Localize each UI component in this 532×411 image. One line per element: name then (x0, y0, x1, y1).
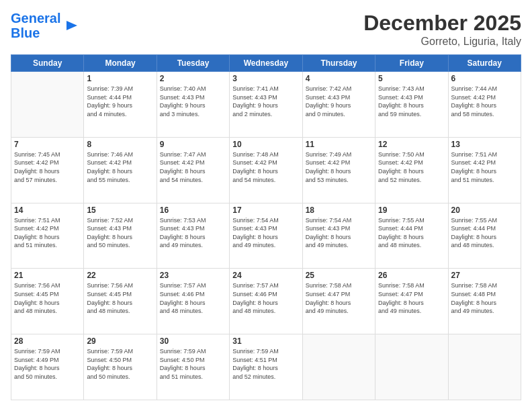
day-number: 5 (378, 74, 445, 83)
location-subtitle: Gorreto, Liguria, Italy (363, 36, 521, 48)
day-number: 19 (378, 205, 445, 215)
header-thursday: Thursday (302, 55, 375, 72)
calendar-cell: 21Sunrise: 7:56 AMSunset: 4:45 PMDayligh… (11, 269, 84, 334)
calendar-cell: 13Sunrise: 7:51 AMSunset: 4:42 PMDayligh… (448, 137, 521, 203)
day-info: Sunrise: 7:49 AMSunset: 4:42 PMDaylight:… (306, 150, 372, 184)
day-number: 21 (14, 271, 81, 280)
day-number: 16 (160, 205, 226, 215)
calendar-cell: 4Sunrise: 7:42 AMSunset: 4:43 PMDaylight… (302, 72, 375, 138)
day-number: 1 (87, 74, 153, 83)
day-number: 29 (87, 336, 153, 346)
day-number: 17 (232, 205, 299, 215)
header-monday: Monday (84, 55, 157, 72)
calendar-cell: 2Sunrise: 7:40 AMSunset: 4:43 PMDaylight… (157, 72, 229, 138)
day-info: Sunrise: 7:58 AMSunset: 4:47 PMDaylight:… (306, 281, 372, 315)
day-info: Sunrise: 7:51 AMSunset: 4:42 PMDaylight:… (451, 150, 518, 184)
day-number: 24 (232, 271, 299, 280)
header-tuesday: Tuesday (157, 55, 229, 72)
day-number: 28 (14, 336, 81, 346)
day-info: Sunrise: 7:42 AMSunset: 4:43 PMDaylight:… (306, 85, 372, 118)
day-number: 11 (306, 140, 372, 149)
calendar-cell: 16Sunrise: 7:53 AMSunset: 4:43 PMDayligh… (157, 203, 229, 269)
logo: GeneralBlue (11, 11, 79, 40)
calendar-cell: 20Sunrise: 7:55 AMSunset: 4:44 PMDayligh… (448, 203, 521, 269)
day-number: 27 (451, 271, 518, 280)
day-number: 2 (160, 74, 226, 83)
day-number: 13 (451, 140, 518, 149)
calendar-week-3: 14Sunrise: 7:51 AMSunset: 4:42 PMDayligh… (11, 203, 521, 269)
day-info: Sunrise: 7:48 AMSunset: 4:42 PMDaylight:… (232, 150, 299, 184)
calendar-cell (448, 334, 521, 400)
calendar-week-1: 1Sunrise: 7:39 AMSunset: 4:44 PMDaylight… (11, 72, 521, 138)
calendar-cell: 14Sunrise: 7:51 AMSunset: 4:42 PMDayligh… (11, 203, 84, 269)
day-info: Sunrise: 7:59 AMSunset: 4:50 PMDaylight:… (87, 347, 153, 381)
day-info: Sunrise: 7:55 AMSunset: 4:44 PMDaylight:… (378, 216, 445, 250)
day-number: 7 (14, 140, 81, 149)
calendar-cell: 30Sunrise: 7:59 AMSunset: 4:50 PMDayligh… (157, 334, 229, 400)
day-info: Sunrise: 7:59 AMSunset: 4:49 PMDaylight:… (14, 347, 81, 381)
day-number: 10 (232, 140, 299, 149)
day-number: 6 (451, 74, 518, 83)
calendar-cell: 7Sunrise: 7:45 AMSunset: 4:42 PMDaylight… (11, 137, 84, 203)
day-number: 26 (378, 271, 445, 280)
calendar-cell: 19Sunrise: 7:55 AMSunset: 4:44 PMDayligh… (375, 203, 448, 269)
calendar-week-4: 21Sunrise: 7:56 AMSunset: 4:45 PMDayligh… (11, 269, 521, 334)
weekday-header-row: Sunday Monday Tuesday Wednesday Thursday… (11, 55, 521, 72)
day-number: 12 (378, 140, 445, 149)
calendar-week-5: 28Sunrise: 7:59 AMSunset: 4:49 PMDayligh… (11, 334, 521, 400)
day-info: Sunrise: 7:40 AMSunset: 4:43 PMDaylight:… (160, 85, 226, 118)
day-info: Sunrise: 7:58 AMSunset: 4:48 PMDaylight:… (451, 281, 518, 315)
day-number: 18 (306, 205, 372, 215)
day-number: 3 (232, 74, 299, 83)
calendar-cell: 6Sunrise: 7:44 AMSunset: 4:42 PMDaylight… (448, 72, 521, 138)
day-info: Sunrise: 7:57 AMSunset: 4:46 PMDaylight:… (232, 281, 299, 315)
header: GeneralBlue December 2025 Gorreto, Ligur… (11, 11, 521, 48)
day-info: Sunrise: 7:57 AMSunset: 4:46 PMDaylight:… (160, 281, 226, 315)
calendar-cell: 10Sunrise: 7:48 AMSunset: 4:42 PMDayligh… (230, 137, 302, 203)
calendar-cell: 31Sunrise: 7:59 AMSunset: 4:51 PMDayligh… (230, 334, 302, 400)
day-number: 30 (160, 336, 226, 346)
day-number: 22 (87, 271, 153, 280)
logo-icon (64, 18, 79, 33)
day-info: Sunrise: 7:53 AMSunset: 4:43 PMDaylight:… (160, 216, 226, 250)
calendar-cell: 15Sunrise: 7:52 AMSunset: 4:43 PMDayligh… (84, 203, 157, 269)
day-info: Sunrise: 7:56 AMSunset: 4:45 PMDaylight:… (87, 281, 153, 315)
day-info: Sunrise: 7:52 AMSunset: 4:43 PMDaylight:… (87, 216, 153, 250)
day-number: 14 (14, 205, 81, 215)
title-block: December 2025 Gorreto, Liguria, Italy (363, 11, 521, 48)
calendar-table: Sunday Monday Tuesday Wednesday Thursday… (11, 54, 521, 400)
month-title: December 2025 (363, 11, 521, 36)
header-saturday: Saturday (448, 55, 521, 72)
day-info: Sunrise: 7:45 AMSunset: 4:42 PMDaylight:… (14, 150, 81, 184)
day-number: 15 (87, 205, 153, 215)
day-number: 4 (306, 74, 372, 83)
day-info: Sunrise: 7:59 AMSunset: 4:51 PMDaylight:… (232, 347, 299, 381)
calendar-cell: 3Sunrise: 7:41 AMSunset: 4:43 PMDaylight… (230, 72, 302, 138)
day-number: 20 (451, 205, 518, 215)
svg-marker-0 (66, 21, 77, 30)
day-info: Sunrise: 7:55 AMSunset: 4:44 PMDaylight:… (451, 216, 518, 250)
day-number: 31 (232, 336, 299, 346)
day-info: Sunrise: 7:51 AMSunset: 4:42 PMDaylight:… (14, 216, 81, 250)
calendar-cell: 8Sunrise: 7:46 AMSunset: 4:42 PMDaylight… (84, 137, 157, 203)
calendar-cell: 22Sunrise: 7:56 AMSunset: 4:45 PMDayligh… (84, 269, 157, 334)
calendar-cell: 25Sunrise: 7:58 AMSunset: 4:47 PMDayligh… (302, 269, 375, 334)
calendar-cell: 23Sunrise: 7:57 AMSunset: 4:46 PMDayligh… (157, 269, 229, 334)
day-info: Sunrise: 7:47 AMSunset: 4:42 PMDaylight:… (160, 150, 226, 184)
calendar-cell (302, 334, 375, 400)
day-info: Sunrise: 7:41 AMSunset: 4:43 PMDaylight:… (232, 85, 299, 118)
calendar-cell: 17Sunrise: 7:54 AMSunset: 4:43 PMDayligh… (230, 203, 302, 269)
day-info: Sunrise: 7:56 AMSunset: 4:45 PMDaylight:… (14, 281, 81, 315)
day-info: Sunrise: 7:54 AMSunset: 4:43 PMDaylight:… (232, 216, 299, 250)
calendar-cell (11, 72, 84, 138)
calendar-cell (375, 334, 448, 400)
calendar-cell: 5Sunrise: 7:43 AMSunset: 4:43 PMDaylight… (375, 72, 448, 138)
day-number: 25 (306, 271, 372, 280)
day-info: Sunrise: 7:39 AMSunset: 4:44 PMDaylight:… (87, 85, 153, 118)
calendar-cell: 11Sunrise: 7:49 AMSunset: 4:42 PMDayligh… (302, 137, 375, 203)
day-info: Sunrise: 7:54 AMSunset: 4:43 PMDaylight:… (306, 216, 372, 250)
calendar-week-2: 7Sunrise: 7:45 AMSunset: 4:42 PMDaylight… (11, 137, 521, 203)
day-info: Sunrise: 7:58 AMSunset: 4:47 PMDaylight:… (378, 281, 445, 315)
calendar-cell: 28Sunrise: 7:59 AMSunset: 4:49 PMDayligh… (11, 334, 84, 400)
calendar-cell: 9Sunrise: 7:47 AMSunset: 4:42 PMDaylight… (157, 137, 229, 203)
